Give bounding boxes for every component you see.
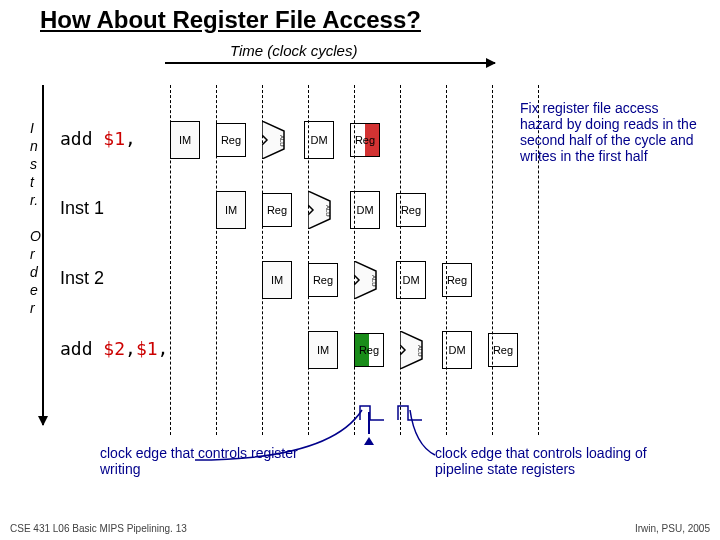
cycle-divider bbox=[170, 85, 171, 435]
cycle-divider bbox=[262, 85, 263, 435]
pipeline-row: IMRegALUDMReg bbox=[262, 260, 488, 300]
stage-im: IM bbox=[170, 121, 200, 159]
cycle-divider bbox=[308, 85, 309, 435]
cycle-divider bbox=[400, 85, 401, 435]
clock-waveform-icon bbox=[396, 400, 424, 424]
stage-im: IM bbox=[216, 191, 246, 229]
vert-label-char bbox=[30, 210, 41, 228]
slide-title: How About Register File Access? bbox=[40, 6, 421, 34]
clock-waveform-icon bbox=[358, 400, 386, 424]
clock-edge-marker-icon bbox=[368, 412, 370, 434]
vert-label-char: e bbox=[30, 282, 41, 300]
svg-marker-2 bbox=[308, 191, 330, 229]
svg-text:ALU: ALU bbox=[325, 205, 331, 217]
footer-left: CSE 431 L06 Basic MIPS Pipelining. 13 bbox=[10, 523, 187, 534]
arrow-up-icon bbox=[368, 433, 374, 451]
time-arrow-icon bbox=[165, 62, 495, 64]
instruction-label: add $1, bbox=[60, 128, 136, 150]
stage-reg-read: Reg bbox=[216, 123, 246, 157]
pipeline-row: IMRegALUDMReg bbox=[308, 330, 534, 370]
stage-alu: ALU bbox=[354, 261, 380, 299]
vert-label-char: n bbox=[30, 138, 41, 156]
stage-im: IM bbox=[308, 331, 338, 369]
vert-label-char: s bbox=[30, 156, 41, 174]
instr-order-arrow-icon bbox=[42, 85, 44, 425]
vert-label-char: t bbox=[30, 174, 41, 192]
time-axis-label: Time (clock cycles) bbox=[230, 42, 357, 59]
stage-alu: ALU bbox=[308, 191, 334, 229]
svg-marker-8 bbox=[364, 437, 374, 445]
instr-order-label: Instr.Order bbox=[30, 120, 41, 318]
vert-label-char: d bbox=[30, 264, 41, 282]
stage-alu: ALU bbox=[400, 331, 426, 369]
svg-marker-4 bbox=[354, 261, 376, 299]
svg-text:ALU: ALU bbox=[371, 275, 377, 287]
clock-load-label: clock edge that controls loading of pipe… bbox=[435, 445, 655, 477]
svg-marker-0 bbox=[262, 121, 284, 159]
stage-reg-read: Reg bbox=[262, 193, 292, 227]
cycle-divider bbox=[354, 85, 355, 435]
footer-right: Irwin, PSU, 2005 bbox=[635, 523, 710, 534]
cycle-divider bbox=[492, 85, 493, 435]
instruction-label: add $2,$1, bbox=[60, 338, 168, 360]
pipeline-row: IMRegALUDMReg bbox=[170, 120, 396, 160]
stage-alu: ALU bbox=[262, 121, 288, 159]
vert-label-char: r bbox=[30, 300, 41, 318]
vert-label-char: O bbox=[30, 228, 41, 246]
cycle-divider bbox=[446, 85, 447, 435]
svg-text:ALU: ALU bbox=[279, 135, 285, 147]
stage-reg-read: Reg bbox=[354, 333, 384, 367]
instruction-label: Inst 2 bbox=[60, 268, 104, 289]
svg-marker-6 bbox=[400, 331, 422, 369]
cycle-divider bbox=[216, 85, 217, 435]
stage-reg-read: Reg bbox=[308, 263, 338, 297]
vert-label-char: r bbox=[30, 246, 41, 264]
vert-label-char: r. bbox=[30, 192, 41, 210]
stage-im: IM bbox=[262, 261, 292, 299]
instruction-label: Inst 1 bbox=[60, 198, 104, 219]
svg-text:ALU: ALU bbox=[417, 345, 423, 357]
pipeline-row: IMRegALUDMReg bbox=[216, 190, 442, 230]
explanation-text: Fix register file access hazard by doing… bbox=[520, 100, 705, 164]
clock-write-label: clock edge that controls register writin… bbox=[100, 445, 300, 477]
vert-label-char: I bbox=[30, 120, 41, 138]
